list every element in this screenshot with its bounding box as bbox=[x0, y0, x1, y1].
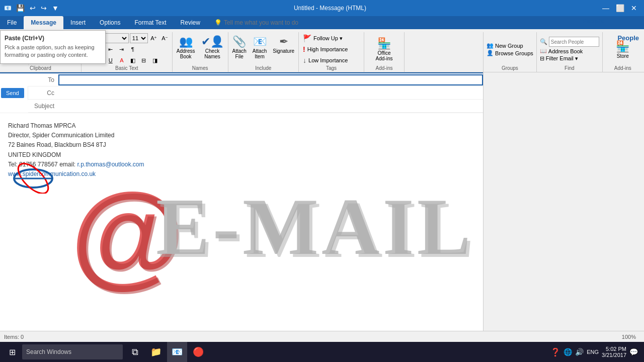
minimize-button[interactable]: — bbox=[600, 4, 612, 13]
font-size-select[interactable]: 11 bbox=[130, 33, 148, 43]
decrease-indent-button[interactable]: ⇤ bbox=[106, 44, 116, 54]
basic-text-label: Basic Text bbox=[84, 65, 170, 71]
maximize-button[interactable]: ⬜ bbox=[614, 4, 626, 13]
grow-font-button[interactable]: A⁺ bbox=[149, 33, 159, 43]
tab-review[interactable]: Review bbox=[174, 16, 207, 29]
svg-text:E-MAIL: E-MAIL bbox=[156, 182, 474, 272]
office-addins-button[interactable]: 🏪 OfficeAdd-ins bbox=[367, 33, 401, 65]
tell-me-input[interactable] bbox=[224, 19, 325, 26]
svg-text:@: @ bbox=[70, 169, 183, 294]
title-bar-left: 📧 💾 ↩ ↪ ▼ bbox=[4, 3, 60, 13]
redo-icon[interactable]: ↪ bbox=[39, 3, 48, 13]
align-center-button[interactable]: ⊟ bbox=[139, 55, 149, 65]
flag-icon: 🚩 bbox=[303, 34, 311, 42]
start-button[interactable]: ⊞ bbox=[2, 342, 22, 362]
network-icon[interactable]: 🌐 bbox=[564, 348, 572, 356]
email-label: email: bbox=[59, 161, 75, 168]
email-at-visual: @ @ bbox=[70, 163, 201, 296]
search-people-input[interactable] bbox=[549, 37, 599, 47]
taskview-icon[interactable]: ⧉ bbox=[125, 342, 145, 362]
browse-groups-button[interactable]: 👤 Browse Groups bbox=[487, 50, 533, 56]
shrink-font-button[interactable]: A⁻ bbox=[160, 33, 170, 43]
office-addins-icon: 🏪 bbox=[377, 37, 391, 50]
font-color-button[interactable]: A bbox=[117, 55, 127, 65]
check-names-label: CheckNames bbox=[204, 48, 220, 59]
app-icon: 📧 bbox=[4, 5, 12, 12]
email-body[interactable]: Richard Thomas MPRCA Director, Spider Co… bbox=[0, 113, 483, 337]
filter-email-button[interactable]: ⊟ Filter Email ▾ bbox=[540, 55, 599, 62]
tab-insert[interactable]: Insert bbox=[63, 16, 93, 29]
ribbon: File Message Insert Options Format Text … bbox=[0, 16, 644, 29]
customize-icon[interactable]: ▼ bbox=[50, 3, 60, 13]
attach-file-icon: 📎 bbox=[232, 35, 246, 48]
to-label: To bbox=[28, 74, 58, 85]
cc-label: Cc bbox=[28, 87, 58, 99]
low-importance-label: Low Importance bbox=[308, 57, 348, 63]
window-controls: — ⬜ ✕ bbox=[600, 4, 640, 13]
email-compose-area: Send To Cc Subject Richard Thomas MPRCA … bbox=[0, 72, 483, 337]
taskbar-search[interactable]: Search Windows bbox=[22, 344, 123, 359]
email-text-visual: E-MAIL E-MAIL bbox=[156, 163, 483, 276]
attach-item-button[interactable]: 📧 AttachItem bbox=[251, 33, 269, 65]
file-explorer-icon[interactable]: 📁 bbox=[146, 342, 166, 362]
window-title: Untitled - Message (HTML) bbox=[60, 5, 600, 12]
low-importance-icon: ↓ bbox=[303, 56, 306, 64]
attach-file-label: AttachFile bbox=[232, 48, 247, 59]
close-button[interactable]: ✕ bbox=[628, 4, 640, 13]
high-importance-label: High Importance bbox=[307, 46, 348, 52]
groups-section: 👥 New Group 👤 Browse Groups Groups bbox=[484, 32, 537, 72]
undo-icon[interactable]: ↩ bbox=[28, 3, 37, 13]
email-address-link[interactable]: r.p.thomas@outlook.com bbox=[77, 161, 144, 168]
subject-input[interactable] bbox=[58, 101, 483, 112]
tab-options[interactable]: Options bbox=[93, 16, 127, 29]
names-buttons: 👥 AddressBook ✔👤 CheckNames bbox=[175, 33, 226, 65]
notification-icon[interactable]: 💬 bbox=[629, 348, 638, 356]
new-group-button[interactable]: 👥 New Group bbox=[487, 42, 533, 49]
to-row: To bbox=[28, 73, 483, 86]
tags-label: Tags bbox=[302, 65, 361, 71]
low-importance-button[interactable]: ↓ Low Importance bbox=[302, 55, 361, 65]
signature-contact: Tel: 01756 778567 email: r.p.thomas@outl… bbox=[8, 160, 475, 169]
follow-up-button[interactable]: 🚩 Follow Up ▾ bbox=[302, 33, 361, 43]
find-label: Find bbox=[540, 65, 599, 71]
filter-email-icon: ⊟ bbox=[540, 55, 544, 62]
find-buttons: 🔍 📖 Address Book ⊟ Filter Email ▾ bbox=[540, 33, 599, 65]
tab-message[interactable]: Message bbox=[24, 16, 63, 29]
cc-input[interactable] bbox=[58, 87, 483, 99]
signature-button[interactable]: ✒ Signature bbox=[271, 33, 296, 65]
find-section: 🔍 📖 Address Book ⊟ Filter Email ▾ Find bbox=[537, 32, 603, 72]
taskbar-right: ❓ 🌐 🔊 ENG 5:02 PM 3/21/2017 💬 bbox=[550, 346, 642, 358]
quick-access-toolbar: 💾 ↩ ↪ ▼ bbox=[15, 3, 60, 13]
save-icon[interactable]: 💾 bbox=[15, 3, 26, 13]
signature-country: UNITED KINGDOM bbox=[8, 150, 475, 160]
right-address-book-button[interactable]: 📖 Address Book bbox=[540, 48, 599, 54]
underline-button[interactable]: U bbox=[106, 55, 116, 65]
taskbar-clock: 5:02 PM 3/21/2017 bbox=[602, 346, 626, 358]
items-count: Items: 0 bbox=[4, 334, 24, 340]
align-right-button[interactable]: ◨ bbox=[150, 55, 160, 65]
tab-file[interactable]: File bbox=[0, 16, 24, 29]
include-label: Include bbox=[230, 65, 297, 71]
attach-file-button[interactable]: 📎 AttachFile bbox=[230, 33, 249, 65]
to-input[interactable] bbox=[58, 74, 483, 85]
spider-logo bbox=[8, 158, 58, 194]
people-header-label: People bbox=[617, 34, 639, 42]
address-book-button[interactable]: 👥 AddressBook bbox=[175, 33, 197, 65]
tell-me-bar[interactable]: 💡 bbox=[209, 16, 330, 29]
lightbulb-icon: 💡 bbox=[214, 19, 222, 26]
paste-dropdown-title: Paste (Ctrl+V) bbox=[5, 35, 101, 42]
rtl-button[interactable]: ¶ bbox=[128, 44, 138, 54]
high-importance-button[interactable]: ! High Importance bbox=[302, 44, 361, 54]
outlook-icon[interactable]: 📧 bbox=[167, 342, 187, 362]
store-icon: 🏪 bbox=[616, 40, 629, 53]
question-icon[interactable]: ❓ bbox=[550, 347, 560, 357]
tab-format-text[interactable]: Format Text bbox=[127, 16, 173, 29]
red-app-icon[interactable]: 🔴 bbox=[188, 342, 208, 362]
send-button[interactable]: Send bbox=[1, 88, 24, 98]
align-left-button[interactable]: ◧ bbox=[128, 55, 138, 65]
people-section-header: People bbox=[582, 17, 604, 25]
tags-group: 🚩 Follow Up ▾ ! High Importance ↓ Low Im… bbox=[299, 32, 364, 72]
speaker-icon[interactable]: 🔊 bbox=[575, 348, 584, 356]
check-names-button[interactable]: ✔👤 CheckNames bbox=[199, 33, 226, 65]
increase-indent-button[interactable]: ⇥ bbox=[117, 44, 127, 54]
